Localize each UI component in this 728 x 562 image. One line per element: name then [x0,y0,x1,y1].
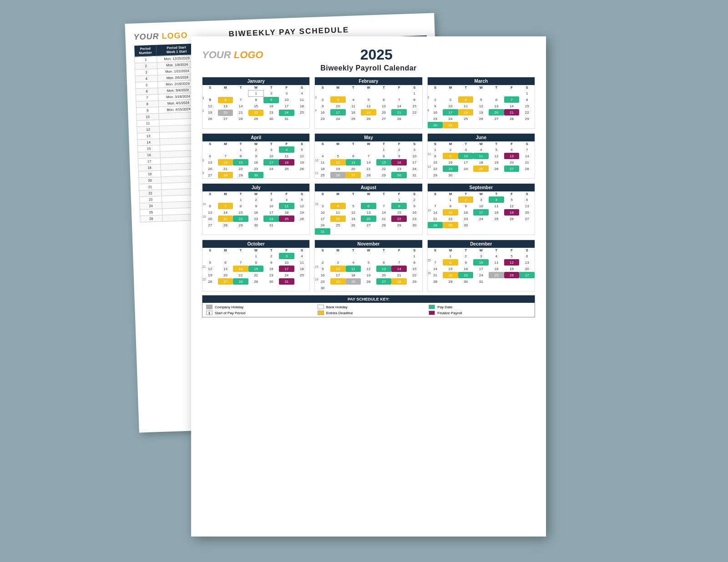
cal-cell: 29 [248,116,264,122]
front-year: 2025 [263,46,490,63]
dow-f: F [279,248,294,253]
cal-cell: 31 [279,116,294,122]
cal-cell: 24 [473,272,489,278]
cal-cell [428,90,443,96]
cal-cell [202,90,218,97]
cal-cell: 9 [428,103,443,109]
cal-cell: 25 [294,110,310,116]
cal-cell: 5 [361,259,376,266]
dow-m: M [443,141,458,146]
cal-cell: 8 [233,203,248,209]
cal-cell: 15 [248,266,264,272]
cal-cell [407,228,422,235]
cal-cell: 26 [294,166,310,172]
cal-cell: 21 [218,216,233,222]
dow-f: F [504,141,520,146]
month-february: February S M T W T F S [314,77,422,129]
cal-cell: 1011 [315,159,330,166]
cal-cell: 29 [233,222,248,228]
cal-cell: 28 [519,166,535,172]
dow-m: M [443,85,458,90]
cal-cell: 5 [294,146,310,153]
cal-cell: 18 [279,209,294,216]
cal-cell: 31 [279,278,294,285]
cal-cell: 32 [315,96,330,103]
dow-t: T [233,141,248,146]
cal-cell: 24 [473,216,489,222]
cal-cell: 28 [376,222,392,228]
cal-cell: 27 [218,116,233,122]
front-logo-your: YOUR [202,49,231,60]
march-calendar: S M T W T F S 1 [428,85,535,128]
cal-cell [504,278,520,285]
cal-cell: 10 [279,97,294,103]
cal-cell: 1 [233,196,248,203]
dow-s2: S [294,141,310,146]
cal-cell: 30 [315,285,330,291]
dow-f: F [279,85,294,90]
cal-cell: 26 [504,272,520,278]
cal-cell: 8 [376,153,392,159]
cal-cell: 19 [489,159,504,166]
cal-cell: 12 [346,209,361,216]
cal-cell: 27 [361,222,376,228]
cal-cell [330,146,346,153]
dow-t: T [458,248,474,253]
cal-cell: 18 [489,266,504,272]
cal-cell: 12 [294,203,310,209]
june-calendar: S M T W T F S 1 2 3 4 5 6 7 [428,141,535,178]
cal-cell: 24 [315,222,330,228]
cal-cell: 14 [218,159,233,166]
cal-cell [504,122,520,128]
cal-cell: 1 [248,253,264,259]
cal-cell [519,222,535,228]
cal-cell: 2226 [202,278,218,285]
cal-cell: 5 [473,96,489,103]
month-january-header: January [202,77,309,85]
cal-cell: 9 [263,97,279,103]
key-bank-holiday: Bank Holiday [318,305,420,309]
cal-cell: 6 [376,259,392,266]
cal-cell [330,90,346,96]
cal-cell [346,146,361,153]
dow-s2: S [407,248,422,253]
key-start-pay-period: 1 Start of Pay Period [206,311,308,315]
cal-cell: 3 [473,196,489,203]
cal-cell: 14 [218,209,233,216]
cal-cell: 19 [330,166,346,172]
cal-cell [473,172,489,178]
cal-cell [218,90,233,97]
dow-s2: S [294,85,310,90]
cal-cell [376,196,392,203]
cal-cell: 7 [233,259,248,266]
cal-cell: 18 [473,159,489,166]
cal-cell: 28 [218,172,233,178]
key-entries-deadline: Entries Deadline [318,311,420,315]
cal-cell [361,285,376,291]
dow-m: M [443,191,458,196]
cal-cell: 23 [263,110,279,116]
front-logo: YOUR LOGO [202,49,263,61]
cal-cell: 15 [391,209,407,216]
cal-cell [361,146,376,153]
cal-cell: 3 [263,196,279,203]
cal-cell: 15 [443,266,458,272]
cal-cell: 30 [458,278,474,285]
cal-cell: 5 [504,196,520,203]
cal-cell [279,222,294,228]
cal-cell: 28 [428,278,443,285]
dow-m: M [330,191,346,196]
dow-t: T [458,85,474,90]
dow-t2: T [263,141,279,146]
cal-cell: 23 [248,166,264,172]
cal-cell: 22 [248,110,264,116]
cal-cell: 2 [407,196,422,203]
cal-cell: 30 [428,122,443,128]
dow-t: T [233,248,248,253]
cal-cell: 15 [428,159,443,166]
dow-w: W [361,191,376,196]
cal-cell: 18 [489,209,504,216]
cal-cell: 14 [361,159,376,166]
cal-cell [346,253,361,259]
cal-cell: 9 [315,103,330,109]
